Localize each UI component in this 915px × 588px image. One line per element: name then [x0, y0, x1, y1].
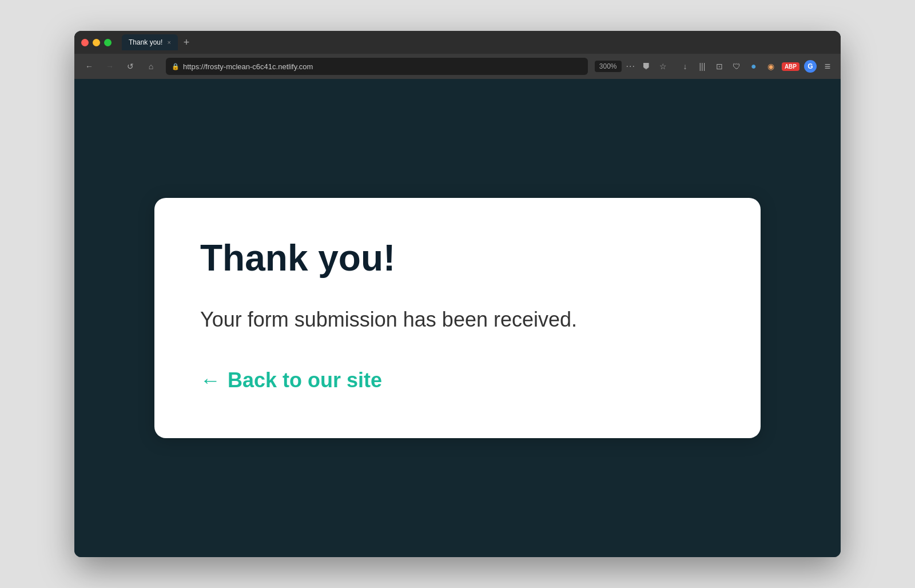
lock-icon: 🔒 — [172, 63, 180, 70]
url-display: https://frosty-mclean-c6c41c.netlify.com — [183, 62, 582, 71]
google-button[interactable]: G — [804, 60, 817, 73]
firefox-monitor-icon[interactable]: ● — [747, 60, 760, 73]
shield-icon[interactable]: 🛡 — [730, 60, 743, 73]
title-bar: Thank you! × + — [74, 31, 841, 54]
maximize-traffic-light[interactable] — [104, 39, 112, 46]
menu-button[interactable]: ≡ — [821, 60, 834, 73]
download-icon[interactable]: ↓ — [679, 60, 691, 73]
back-arrow-icon: ← — [200, 368, 221, 392]
address-bar[interactable]: 🔒 https://frosty-mclean-c6c41c.netlify.c… — [166, 58, 588, 75]
home-button[interactable]: ⌂ — [143, 58, 159, 74]
close-traffic-light[interactable] — [81, 39, 89, 46]
toolbar-icons: ↓ ||| ⊡ 🛡 ● ◉ ABP G ≡ — [679, 60, 834, 73]
page-title: Thank you! — [200, 238, 715, 278]
tab-bar: Thank you! × + — [122, 34, 193, 50]
tab-label: Thank you! — [129, 38, 162, 46]
back-button[interactable]: ← — [81, 58, 97, 74]
library-icon[interactable]: ||| — [696, 60, 709, 73]
back-link-label: Back to our site — [228, 368, 382, 392]
thank-you-card: Thank you! Your form submission has been… — [154, 198, 761, 439]
nav-bar: ← → ↺ ⌂ 🔒 https://frosty-mclean-c6c41c.n… — [74, 54, 841, 79]
submission-message: Your form submission has been received. — [200, 305, 715, 334]
traffic-lights — [81, 39, 112, 46]
bookmark-icon[interactable]: ☆ — [657, 60, 670, 73]
more-options-button[interactable]: ··· — [626, 61, 635, 71]
active-tab[interactable]: Thank you! × — [122, 34, 178, 50]
new-tab-button[interactable]: + — [180, 37, 193, 49]
page-content: Thank you! Your form submission has been… — [74, 79, 841, 557]
minimize-traffic-light[interactable] — [93, 39, 100, 46]
pocket-icon[interactable]: ⛊ — [640, 60, 653, 73]
tab-close-button[interactable]: × — [167, 39, 170, 46]
back-to-site-link[interactable]: ← Back to our site — [200, 368, 715, 392]
reload-button[interactable]: ↺ — [122, 58, 138, 74]
adblock-plus-button[interactable]: ABP — [782, 62, 799, 71]
person-icon[interactable]: ◉ — [765, 60, 777, 73]
sync-icon[interactable]: ⊡ — [713, 60, 726, 73]
forward-button[interactable]: → — [102, 58, 118, 74]
browser-window: Thank you! × + ← → ↺ ⌂ 🔒 https://frosty-… — [74, 31, 841, 557]
zoom-indicator: 300% — [595, 61, 622, 72]
